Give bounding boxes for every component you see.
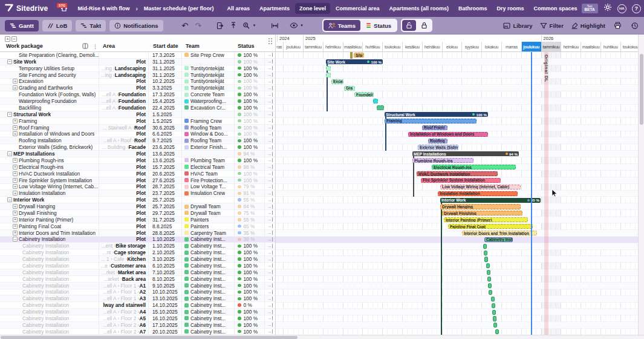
- timeline-month[interactable]: joulukuu: [521, 42, 541, 52]
- view-caret-icon[interactable]: ▾: [301, 23, 303, 28]
- unlock-button[interactable]: [402, 20, 416, 31]
- collapse-icon[interactable]: −: [13, 237, 18, 242]
- timeline-month[interactable]: elokuu: [442, 42, 462, 52]
- column-header-start-date[interactable]: Start date: [153, 43, 178, 49]
- gantt-bar[interactable]: Cabinetry Instal: [484, 237, 513, 242]
- go-to-bar-icon[interactable]: →: [267, 132, 273, 136]
- gantt-bar[interactable]: Low Voltage Wiring (Internet, Cable): [440, 185, 521, 189]
- gantt-bar[interactable]: Exterior Walls (Siding: [418, 145, 458, 150]
- table-row[interactable]: Exterior Walls (Siding, Brickwork)... Bu…: [0, 144, 275, 151]
- gantt-bar[interactable]: Site I: [354, 53, 364, 58]
- go-to-bar-icon[interactable]: →: [267, 178, 273, 182]
- go-to-bar-icon[interactable]: →: [267, 323, 273, 327]
- go-to-bar-icon[interactable]: →: [267, 158, 273, 162]
- gantt-bar[interactable]: Framing: [385, 119, 476, 123]
- nav-item-mid-rise-6-with-flow[interactable]: Mid-Rise 6 with flow: [74, 3, 134, 14]
- timeline-month[interactable]: helmikuu: [323, 42, 343, 52]
- go-to-bar-icon[interactable]: →: [267, 139, 273, 143]
- go-to-bar-icon[interactable]: →: [267, 79, 273, 84]
- table-row[interactable]: Cabinetry Installation...e › Customer ar…: [0, 263, 275, 269]
- table-row[interactable]: Cabinetry Installationlway and stairwell…: [0, 302, 275, 309]
- library-button[interactable]: Library: [503, 22, 532, 29]
- column-header-work-package[interactable]: Work package: [6, 43, 43, 49]
- timeline-month[interactable]: maaliskuu: [581, 42, 600, 52]
- table-row[interactable]: Site Fencing and Security...ing › Landsc…: [0, 72, 275, 79]
- table-row[interactable]: Cabinetry Installation...ell A › Floor 1…: [0, 295, 275, 302]
- table-row[interactable]: +HVAC Ductwork InstallationPlot20.6.2025…: [0, 171, 275, 177]
- gantt-bar[interactable]: Excav.: [331, 79, 343, 84]
- expand-icon[interactable]: +: [13, 171, 18, 176]
- table-row[interactable]: +Interior Doors and Trim InstallationPlo…: [0, 230, 275, 237]
- gantt-bar[interactable]: Drywall Finishing: [442, 211, 522, 216]
- zoom-icon[interactable]: [242, 20, 252, 31]
- go-to-bar-icon[interactable]: →: [267, 93, 273, 97]
- expand-icon[interactable]: +: [13, 231, 18, 235]
- timeline-month[interactable]: ras: [276, 42, 283, 52]
- go-to-bar-icon[interactable]: →: [267, 66, 273, 70]
- filter-button[interactable]: Filter: [540, 22, 564, 29]
- gantt-bar[interactable]: Painting Final Coat: [448, 224, 533, 229]
- go-to-bar-icon[interactable]: →: [267, 277, 273, 281]
- nav-item-commercial-area[interactable]: Commercial area: [331, 3, 384, 14]
- go-to-bar-icon[interactable]: →: [267, 283, 273, 288]
- go-to-bar-icon[interactable]: →: [267, 263, 273, 268]
- table-row[interactable]: Cabinetry Installation...nt › Cage stora…: [0, 249, 275, 256]
- go-to-bar-icon[interactable]: →: [267, 152, 273, 156]
- go-to-bar-icon[interactable]: →: [267, 310, 273, 314]
- go-to-bar-icon[interactable]: →: [267, 191, 273, 196]
- go-to-bar-icon[interactable]: →: [267, 59, 273, 64]
- go-to-bar-icon[interactable]: →: [267, 211, 273, 215]
- gantt-bar[interactable]: Interior Doors and Trim Installation: [462, 231, 537, 235]
- gantt-summary-bar[interactable]: MEP Installations94 %: [412, 151, 519, 156]
- nav-item-master-schedule-per-floor-[interactable]: Master schedule (per floor): [140, 3, 218, 14]
- go-to-bar-icon[interactable]: →: [267, 86, 273, 90]
- timeline-month[interactable]: huhtikuu: [362, 42, 382, 52]
- expand-all-button[interactable]: +: [5, 36, 10, 42]
- vertical-scrollbar-thumb[interactable]: [640, 54, 643, 125]
- column-header-status[interactable]: Status: [238, 43, 255, 49]
- timeline-month[interactable]: tammikuu: [541, 42, 561, 52]
- expand-icon[interactable]: +: [13, 85, 18, 90]
- gantt-mini-bar[interactable]: [484, 257, 488, 262]
- gantt-bar[interactable]: Gra: [344, 86, 355, 91]
- undo-icon[interactable]: ↶: [180, 20, 190, 31]
- table-row[interactable]: −Interior WorkPlot25.7.202555 %→: [0, 197, 275, 203]
- vertical-scrollbar[interactable]: [638, 35, 644, 335]
- lob-view-button[interactable]: LoB: [42, 20, 72, 31]
- gantt-view-button[interactable]: Gantt: [5, 20, 39, 31]
- expand-icon[interactable]: +: [13, 158, 18, 163]
- board-view-icon[interactable]: [82, 43, 88, 50]
- gantt-bar[interactable]: Insulation Installation: [438, 191, 518, 196]
- table-row[interactable]: +Roof Framing... Stairwell A › Roof30.6.…: [0, 125, 275, 131]
- timeline-month[interactable]: toukokuu: [620, 42, 638, 52]
- go-to-bar-icon[interactable]: →: [267, 73, 273, 77]
- table-row[interactable]: Backfilling...ell A › Foundation22.4.202…: [0, 105, 275, 111]
- nav-item-all-areas[interactable]: All areas: [223, 3, 254, 14]
- gantt-bar[interactable]: [373, 99, 378, 104]
- highlight-button[interactable]: Highlight: [571, 22, 605, 29]
- go-to-bar-icon[interactable]: →: [267, 205, 273, 209]
- nav-item-zone-level[interactable]: Zone level: [295, 3, 330, 14]
- timeline-month[interactable]: syyskuu: [461, 42, 481, 52]
- timeline-month[interactable]: marras: [501, 42, 521, 52]
- table-row[interactable]: +ExcavationPlot10.2.2025Tuntityöntekijät…: [0, 79, 275, 85]
- horizontal-scrollbar[interactable]: [0, 335, 644, 339]
- gantt-mini-bar[interactable]: [487, 270, 490, 275]
- nav-item-apartments[interactable]: Apartments: [255, 3, 294, 14]
- nav-item-common-spaces[interactable]: Common spaces: [530, 3, 582, 14]
- gantt-mini-bar[interactable]: [486, 263, 490, 268]
- gantt-mini-bar[interactable]: [493, 323, 497, 327]
- go-to-bar-icon[interactable]: →: [267, 112, 273, 116]
- table-row[interactable]: +FramingPlot1.5.2025Framing Crew100 %→: [0, 118, 275, 125]
- gantt-bar[interactable]: Roof Frami: [422, 125, 447, 130]
- table-row[interactable]: Cabinetry Installation...ell A › Floor 2…: [0, 322, 275, 329]
- teams-toggle-button[interactable]: Teams: [324, 20, 360, 31]
- status-toggle-button[interactable]: Status: [362, 20, 396, 31]
- table-row[interactable]: Cabinetry Installation...ell A › Floor 2…: [0, 329, 275, 335]
- gantt-bar[interactable]: [326, 66, 331, 71]
- expand-icon[interactable]: +: [13, 79, 18, 84]
- column-header-area[interactable]: Area: [103, 43, 115, 49]
- go-to-bar-icon[interactable]: →: [267, 231, 273, 235]
- expand-icon[interactable]: +: [13, 211, 18, 216]
- table-row[interactable]: Cabinetry Installation...ent › Bike stor…: [0, 243, 275, 249]
